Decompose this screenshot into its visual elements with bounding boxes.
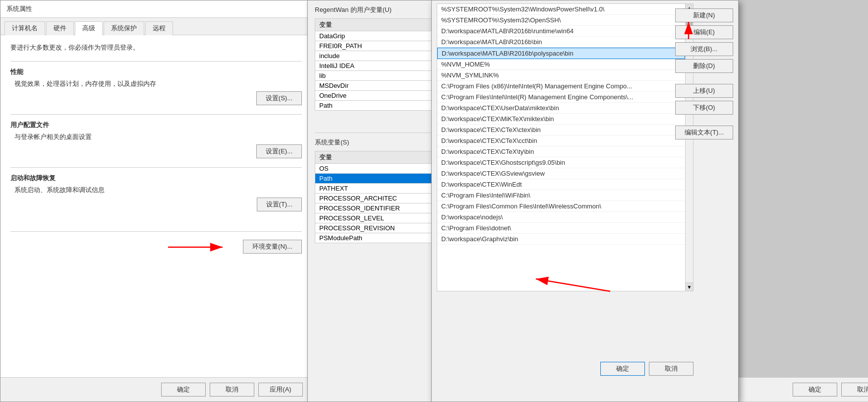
path-ok-button[interactable]: 确定 [600, 362, 645, 376]
list-item-highlighted[interactable]: D:\workspace\MATLAB\R2016b\polyspace\bin [437, 48, 685, 59]
perf-section-title: 性能 [10, 67, 302, 76]
list-item[interactable]: D:\workspace\Graphviz\bin [437, 234, 685, 245]
path-delete-button[interactable]: 删除(D) [675, 59, 733, 73]
list-item[interactable]: %NVM_SYMLINK% [437, 70, 685, 81]
sys-props-cancel-button[interactable]: 取消 [210, 383, 254, 397]
list-item[interactable]: D:\workspace\nodejs\ [437, 212, 685, 223]
list-item[interactable]: D:\workspace\CTEX\WinEdt [437, 179, 685, 190]
list-item[interactable]: D:\workspace\CTEX\CTeX\ty\bin [437, 146, 685, 157]
sys-props-apply-button[interactable]: 应用(A) [258, 383, 303, 397]
list-item[interactable]: %NVM_HOME% [437, 59, 685, 70]
list-item[interactable]: D:\workspace\CTEX\CTeX\cct\bin [437, 135, 685, 146]
perf-settings-button[interactable]: 设置(S)... [256, 91, 302, 105]
list-item[interactable]: C:\Program Files\dotnet\ [437, 223, 685, 234]
tab-bar: 计算机名 硬件 高级 系统保护 远程 [0, 18, 312, 35]
list-item[interactable]: D:\workspace\MATLAB\R2016b\runtime\win64 [437, 26, 685, 37]
tab-advanced[interactable]: 高级 [75, 21, 103, 35]
env-vars-arrow [158, 235, 257, 260]
startup-section-title: 启动和故障恢复 [10, 174, 302, 183]
path-up-button[interactable]: 上移(U) [675, 84, 733, 98]
sys-props-title: 系统属性 [0, 0, 312, 18]
path-cancel-button[interactable]: 取消 [649, 362, 694, 376]
tab-computer-name[interactable]: 计算机名 [4, 21, 45, 35]
list-item[interactable]: D:\workspace\MATLAB\R2016b\bin [437, 37, 685, 48]
path-new-button[interactable]: 新建(N) [675, 8, 733, 22]
path-list: %SYSTEMROOT%\System32\WindowsPowerShell\… [437, 3, 694, 291]
list-item[interactable]: %SYSTEMROOT%\System32\WindowsPowerShell\… [437, 4, 685, 15]
userprofile-settings-button[interactable]: 设置(E)... [256, 144, 302, 158]
userprofile-section-title: 用户配置文件 [10, 121, 302, 130]
list-item[interactable]: D:\workspace\CTEX\MiKTeX\miktex\bin [437, 114, 685, 125]
env-cancel-button[interactable]: 取消 [841, 383, 868, 397]
startup-settings-button[interactable]: 设置(T)... [257, 198, 302, 211]
list-item[interactable]: C:\Program Files\Common Files\Intel\Wire… [437, 201, 685, 212]
list-item[interactable]: C:\Program Files (x86)\Intel\Intel(R) Ma… [437, 81, 685, 92]
list-item[interactable]: C:\Program Files\Intel\Intel(R) Manageme… [437, 92, 685, 103]
sys-props-bottom-bar: 确定 取消 应用(A) [0, 377, 313, 402]
tab-remote[interactable]: 远程 [145, 21, 173, 35]
path-edit-window: %SYSTEMROOT%\System32\WindowsPowerShell\… [431, 0, 739, 402]
list-item[interactable]: D:\workspace\CTEX\GSview\gsview [437, 168, 685, 179]
path-edit-text-button[interactable]: 编辑文本(T)... [675, 126, 733, 139]
sys-props-ok-button[interactable]: 确定 [161, 383, 206, 397]
list-item[interactable]: D:\workspace\CTEX\CTeX\ctex\bin [437, 125, 685, 135]
env-ok-button[interactable]: 确定 [793, 383, 837, 397]
tab-system-protection[interactable]: 系统保护 [104, 21, 144, 35]
list-item[interactable]: D:\workspace\CTEX\UserData\miktex\bin [437, 103, 685, 114]
path-down-button[interactable]: 下移(O) [675, 101, 733, 115]
path-edit-button[interactable]: 编辑(E) [675, 25, 733, 39]
userprofile-section-desc: 与登录帐户相关的桌面设置 [14, 133, 302, 141]
path-right-buttons: 新建(N) 编辑(E) 浏览(B)... 删除(D) 上移(U) 下移(O) 编… [675, 8, 733, 139]
sys-props-window: 系统属性 计算机名 硬件 高级 系统保护 远程 要进行大多数更改，你必须作为管理… [0, 0, 312, 402]
perf-section-desc: 视觉效果，处理器计划，内存使用，以及虚拟内存 [14, 79, 302, 88]
list-item[interactable]: %SYSTEMROOT%\System32\OpenSSH\ [437, 15, 685, 26]
admin-notice: 要进行大多数更改，你必须作为管理员登录。 [10, 43, 302, 52]
startup-section-desc: 系统启动、系统故障和调试信息 [14, 186, 302, 195]
list-item[interactable]: D:\workspace\CTEX\Ghostscript\gs9.05\bin [437, 157, 685, 168]
list-item[interactable]: C:\Program Files\Intel\WiFi\bin\ [437, 190, 685, 201]
tab-hardware[interactable]: 硬件 [46, 21, 74, 35]
path-browse-button[interactable]: 浏览(B)... [675, 42, 733, 56]
